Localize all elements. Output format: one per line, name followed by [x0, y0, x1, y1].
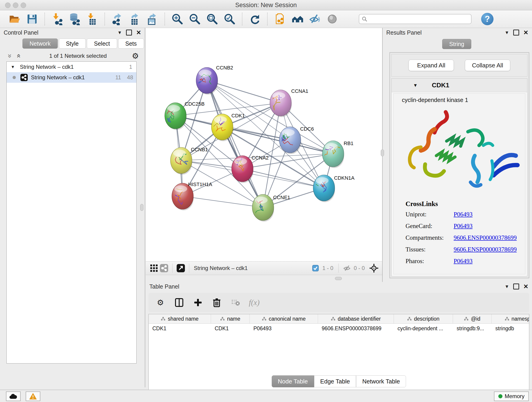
network-node-CCNB1[interactable]: CCNB1 [171, 147, 208, 175]
add-column-icon[interactable] [192, 297, 203, 308]
crosshair-icon[interactable] [369, 263, 379, 273]
network-view[interactable]: CCNB2CCNA1CDC25BCDK1CDC6RB1CCNB1CCNA2CDK… [146, 28, 382, 261]
network-node-CDKN1A[interactable]: CDKN1A [309, 175, 355, 202]
network-node-CDC6[interactable]: CDC6 [279, 126, 314, 154]
network-options-gear-icon[interactable]: ⚙ [132, 51, 139, 61]
column-header-@id[interactable]: @id [453, 314, 492, 323]
network-edge-CCNB2-CCNE1[interactable] [207, 80, 263, 207]
close-panel-icon[interactable]: ✕ [523, 29, 528, 36]
delete-column-trash-icon[interactable] [211, 297, 222, 308]
tab-string[interactable]: String [442, 39, 471, 49]
open-session-icon[interactable] [8, 12, 21, 26]
float-panel-icon[interactable] [126, 30, 132, 36]
warning-button[interactable] [26, 391, 40, 401]
expand-all-button[interactable]: Expand All [409, 60, 454, 71]
collapse-panel-icon[interactable]: ▼ [505, 284, 509, 289]
crosslink-link[interactable]: P06493 [454, 211, 473, 218]
collection-expand-triangle-icon[interactable]: ▼ [11, 65, 15, 70]
help-button[interactable]: ? [481, 13, 494, 25]
network-edge-HIST1H1A-CCNE1[interactable] [183, 196, 263, 207]
network-node-CCNA2[interactable]: CCNA2 [232, 155, 269, 183]
expand-all-networks-icon[interactable]: » [14, 54, 22, 58]
tab-network-table[interactable]: Network Table [356, 375, 406, 387]
column-header-name[interactable]: name [211, 314, 250, 323]
memory-button[interactable]: Memory [494, 391, 529, 401]
column-header-shared-name[interactable]: shared name [149, 314, 211, 323]
table-cell[interactable]: 9606.ENSP00000378699 [318, 324, 394, 334]
export-image-icon[interactable] [146, 12, 159, 26]
collapse-panel-icon[interactable]: ▼ [117, 30, 122, 35]
show-columns-icon[interactable] [174, 297, 185, 308]
table-cell[interactable]: stringdb:9... [453, 324, 492, 334]
left-splitter-handle[interactable] [140, 204, 143, 211]
close-panel-icon[interactable]: ✕ [136, 29, 141, 36]
network-node-HIST1H1A[interactable]: HIST1H1A [172, 182, 212, 211]
network-edge-CCNA2-CDKN1A[interactable] [242, 169, 324, 188]
bottom-splitter-handle[interactable] [335, 277, 342, 280]
string-import-icon[interactable] [273, 12, 287, 26]
collapse-all-button[interactable]: Collapse All [465, 60, 510, 71]
cloud-button[interactable] [6, 391, 21, 401]
right-splitter-handle[interactable] [381, 149, 384, 156]
string-home-icon[interactable] [291, 12, 304, 26]
import-network-file-icon[interactable] [51, 12, 64, 26]
import-table-icon[interactable] [85, 12, 99, 26]
table-cell[interactable]: CDK1 [211, 324, 250, 334]
function-builder-icon[interactable]: f(x) [249, 298, 260, 307]
save-session-icon[interactable] [25, 12, 39, 26]
hidden-eye-icon[interactable] [342, 263, 352, 273]
crosslink-link[interactable]: P06493 [454, 258, 473, 265]
network-node-CCNB2[interactable]: CCNB2 [196, 65, 233, 95]
tab-style[interactable]: Style [59, 38, 86, 49]
hide-glass-eye-icon[interactable] [308, 12, 322, 26]
table-cell[interactable]: stringdb [492, 324, 529, 334]
tab-node-table[interactable]: Node Table [272, 375, 314, 387]
zoom-out-icon[interactable] [188, 12, 201, 26]
export-network-icon[interactable] [111, 12, 124, 26]
grid-view-icon[interactable] [149, 263, 159, 273]
column-header-canonical-name[interactable]: canonical name [250, 314, 318, 323]
crosslink-link[interactable]: 9606.ENSP00000378699 [454, 246, 517, 253]
export-table-icon[interactable] [128, 12, 141, 26]
network-row[interactable]: String Network – cdk1 11 48 [7, 72, 136, 83]
network-node-RB1[interactable]: RB1 [320, 140, 353, 168]
delete-table-icon[interactable] [230, 297, 241, 308]
column-header-database-identifier[interactable]: database identifier [318, 314, 394, 323]
network-edge-CCNB2-CCNA1[interactable] [207, 80, 281, 103]
search-box[interactable] [359, 14, 472, 24]
network-node-CCNE1[interactable]: CCNE1 [252, 194, 290, 222]
selected-checkbox-icon[interactable] [310, 263, 321, 273]
table-cell[interactable]: cyclin-dependent ... [394, 324, 453, 334]
table-settings-gear-icon[interactable]: ⚙ [155, 297, 166, 308]
tab-edge-table[interactable]: Edge Table [314, 375, 356, 387]
protein-section-header[interactable]: ▼ CDK1 [392, 79, 527, 92]
network-node-CCNA1[interactable]: CCNA1 [270, 88, 308, 117]
crosslink-link[interactable]: 9606.ENSP00000378699 [454, 234, 517, 241]
float-panel-icon[interactable] [513, 30, 519, 36]
open-view-external-icon[interactable] [176, 263, 186, 273]
section-expand-triangle-icon[interactable]: ▼ [413, 83, 418, 88]
import-network-database-icon[interactable] [68, 12, 81, 26]
toolbar-separator [172, 264, 172, 273]
share-view-icon[interactable] [159, 263, 169, 273]
column-header-namespace[interactable]: namespace [492, 314, 529, 323]
sphere-icon[interactable] [326, 12, 339, 26]
table-cell[interactable]: CDK1 [149, 324, 211, 334]
float-panel-icon[interactable] [513, 283, 519, 289]
search-input[interactable] [367, 16, 469, 22]
collapse-all-networks-icon[interactable]: » [6, 54, 14, 58]
tab-select[interactable]: Select [87, 38, 117, 49]
tab-network[interactable]: Network [22, 38, 58, 49]
network-collection-row[interactable]: ▼ String Network – cdk1 1 [7, 62, 136, 72]
tab-sets[interactable]: Sets [118, 38, 144, 49]
collapse-panel-icon[interactable]: ▼ [505, 30, 509, 35]
table-row[interactable]: CDK1CDK1P064939606.ENSP00000378699cyclin… [149, 324, 529, 334]
crosslink-link[interactable]: P06493 [454, 223, 473, 230]
zoom-fit-icon[interactable] [206, 12, 219, 26]
column-header-description[interactable]: description [394, 314, 453, 323]
zoom-in-icon[interactable] [171, 12, 184, 26]
refresh-icon[interactable] [248, 12, 261, 26]
zoom-selected-icon[interactable] [223, 12, 236, 26]
close-panel-icon[interactable]: ✕ [523, 283, 528, 290]
table-cell[interactable]: P06493 [250, 324, 318, 334]
